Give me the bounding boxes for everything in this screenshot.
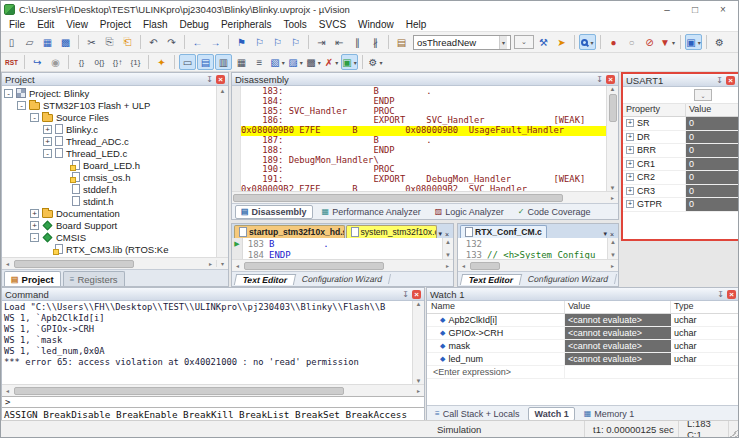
bookmark-toggle-icon[interactable]: ⚑	[233, 34, 250, 50]
code-line[interactable]: 133// <h>System Configu	[461, 250, 607, 259]
menu-debug[interactable]: Debug	[173, 19, 214, 30]
menu-edit[interactable]: Edit	[31, 19, 60, 30]
usart1-filter-dropdown[interactable]: ⌄	[694, 89, 712, 101]
tree-item-cmsis-os-h[interactable]: cmsis_os.h	[2, 171, 228, 183]
show-next-statement-icon[interactable]: ↪	[29, 54, 46, 70]
save-all-icon[interactable]: ▩	[57, 34, 74, 50]
editor-right-code[interactable]: 132 133// <h>System Configu ▲▼	[458, 238, 618, 259]
editor-vertical-scrollbar[interactable]: ▲▼	[442, 238, 453, 259]
menu-window[interactable]: Window	[352, 19, 400, 30]
project-vertical-scrollbar[interactable]: ▲	[216, 86, 228, 257]
register-row-sr[interactable]: +SR0	[623, 117, 738, 131]
pin-icon[interactable]: ↧	[206, 75, 213, 84]
command-input[interactable]: >	[2, 396, 424, 407]
indent-icon[interactable]: ⇥	[313, 34, 330, 50]
tree-item-stddef-h[interactable]: stddef.h	[2, 183, 228, 195]
tab-list-icon[interactable]: ▾	[438, 230, 442, 238]
disassembly-vertical-scrollbar[interactable]: ▲ ▼	[606, 86, 618, 191]
open-file-icon[interactable]: ▱	[21, 34, 38, 50]
menu-project[interactable]: Project	[94, 19, 137, 30]
step-out-icon[interactable]: {}↑	[109, 54, 126, 70]
configure-tools-icon[interactable]: ⚙	[711, 34, 728, 50]
watch-row[interactable]: ◆GPIOx->CRH<cannot evaluate>uchar	[427, 327, 739, 340]
call-stack-window-icon[interactable]: ≡	[251, 54, 268, 70]
close-panel-icon[interactable]: ×	[727, 290, 736, 299]
zoom-dropdown-icon[interactable]: ▾	[579, 34, 596, 50]
pin-icon[interactable]: ↧	[402, 290, 409, 299]
breakpoint-combobox[interactable]: ⌄	[514, 35, 534, 49]
command-horizontal-scrollbar[interactable]: ◂ ▸	[2, 384, 424, 396]
expand-icon[interactable]: +	[626, 146, 634, 154]
copy-icon[interactable]: ⎘	[101, 34, 118, 50]
pin-icon[interactable]: ↧	[596, 75, 603, 84]
tree-item-documentation[interactable]: +Documentation	[2, 207, 228, 219]
close-panel-icon[interactable]: ×	[216, 75, 225, 84]
bookmark-clear-icon[interactable]: ⚐	[287, 34, 304, 50]
menu-help[interactable]: Help	[400, 19, 433, 30]
menu-peripherals[interactable]: Peripherals	[215, 19, 278, 30]
save-icon[interactable]: ▦	[39, 34, 56, 50]
menu-file[interactable]: File	[3, 19, 31, 30]
trace-icon[interactable]: ➤	[553, 34, 570, 50]
editor-margin[interactable]: ▶	[232, 238, 243, 259]
scroll-thumb[interactable]	[470, 262, 500, 270]
tab-configuration-wizard[interactable]: Configuration Wizard	[294, 274, 391, 284]
resize-grip[interactable]	[730, 427, 739, 437]
close-panel-icon[interactable]: ×	[726, 76, 735, 85]
scroll-thumb[interactable]	[233, 194, 563, 202]
disassembly-window-icon[interactable]: ▤	[197, 54, 214, 70]
code-line[interactable]: 183B .	[243, 239, 442, 250]
expand-icon[interactable]: +	[626, 200, 634, 208]
analysis-windows-icon[interactable]: ✗▾	[323, 54, 340, 70]
tree-item-thread-adc-c[interactable]: +Thread_ADC.c	[2, 135, 228, 147]
code-line[interactable]: 132	[461, 239, 607, 250]
editor-left-code[interactable]: ▶ 183B . 184ENDP ▲▼	[232, 238, 453, 259]
tree-item-project-blinky[interactable]: -Project: Blinky	[2, 87, 228, 99]
expand-icon[interactable]: +	[626, 119, 634, 127]
watch-row[interactable]: ◆mask<cannot evaluate>uchar	[427, 340, 739, 353]
debug-session-icon[interactable]: ⚒	[535, 34, 552, 50]
column-name[interactable]: Name	[427, 301, 565, 313]
pin-icon[interactable]: ↧	[716, 76, 723, 85]
tab-configuration-wizard[interactable]: Configuration Wizard	[520, 274, 617, 284]
watch-row[interactable]: ◆led_num<cannot evaluate>uchar	[427, 353, 739, 366]
editor-horizontal-scrollbar[interactable]: ◂ ▸	[232, 259, 453, 271]
column-value[interactable]: Value	[565, 301, 671, 313]
navigate-forward-icon[interactable]: →	[207, 34, 224, 50]
reset-icon[interactable]: RST	[3, 54, 20, 70]
tab-watch-1[interactable]: Watch 1	[528, 407, 574, 421]
column-property[interactable]: Property	[623, 104, 686, 116]
register-row-cr3[interactable]: +CR30	[623, 185, 738, 199]
tab-rtx-conf-file[interactable]: RTX_Conf_CM.c	[460, 225, 547, 238]
disassembly-gutter[interactable]	[232, 86, 241, 191]
menu-flash[interactable]: Flash	[137, 19, 173, 30]
code-line[interactable]: 184ENDP	[243, 250, 442, 259]
combo-dropdown-icon[interactable]: ▾	[499, 36, 507, 49]
editor-vertical-scrollbar[interactable]: ▲▼	[607, 238, 618, 259]
register-row-brr[interactable]: +BRR0	[623, 144, 738, 158]
scroll-thumb[interactable]	[14, 260, 134, 268]
command-vertical-scrollbar[interactable]: ▲ ▼	[412, 301, 424, 384]
register-row-cr1[interactable]: +CR10	[623, 158, 738, 172]
scroll-thumb[interactable]	[609, 94, 617, 122]
tab-startup-file[interactable]: startup_stm32f10x_hd.s	[234, 225, 345, 238]
close-panel-icon[interactable]: ×	[412, 290, 421, 299]
menu-tools[interactable]: Tools	[278, 19, 313, 30]
register-row-gtpr[interactable]: +GTPR0	[623, 198, 738, 212]
comment-icon[interactable]: ∥	[349, 34, 366, 50]
menu-view[interactable]: View	[60, 19, 94, 30]
memory-windows-icon[interactable]: ▨▾	[287, 54, 304, 70]
new-file-icon[interactable]: ▯	[3, 34, 20, 50]
tab-performance-analyzer[interactable]: ▦Performance Analyzer	[317, 206, 426, 218]
expand-icon[interactable]: +	[626, 133, 634, 141]
navigate-back-icon[interactable]: ←	[189, 34, 206, 50]
scroll-thumb[interactable]	[14, 387, 344, 395]
help-book-icon[interactable]: ▤	[393, 34, 410, 50]
insert-breakpoint-icon[interactable]: ●	[605, 34, 622, 50]
register-row-cr2[interactable]: +CR20	[623, 171, 738, 185]
command-window-icon[interactable]: ▭	[179, 54, 196, 70]
tree-item-source-files[interactable]: -Source Files	[2, 111, 228, 123]
maximize-button[interactable]: □	[683, 2, 707, 17]
tab-logic-analyzer[interactable]: ▨Logic Analyzer	[430, 206, 509, 218]
tree-item-thread-led-c[interactable]: -Thread_LED.c	[2, 147, 228, 159]
